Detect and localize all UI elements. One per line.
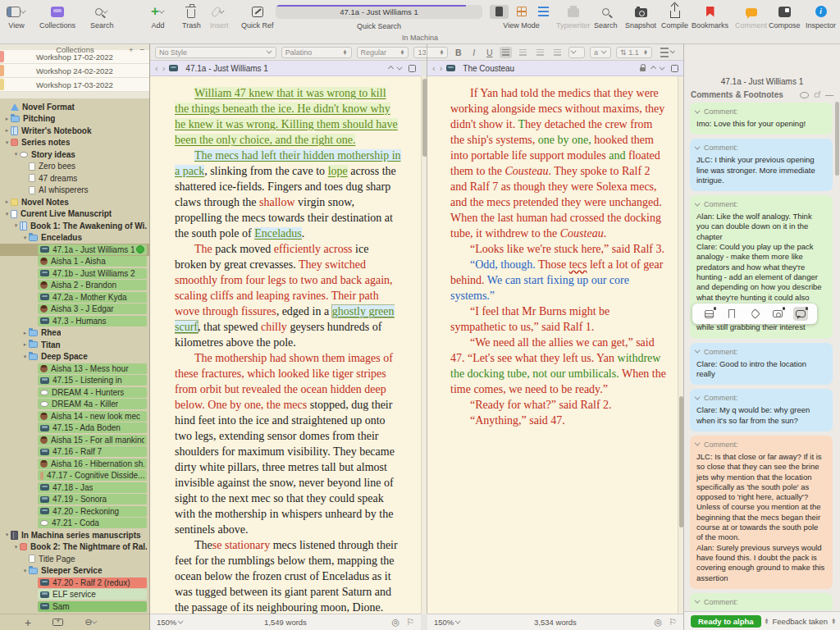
flag-icon[interactable]: ⚐ bbox=[669, 617, 677, 628]
comment-card-header[interactable]: Comment: bbox=[696, 441, 826, 449]
comment-card[interactable]: Comment:Clare: Nice reminder our narrato… bbox=[690, 593, 833, 610]
font-weight-select[interactable]: Regular▲▼ bbox=[357, 47, 409, 58]
list-format-select[interactable] bbox=[657, 47, 678, 58]
add-folder-icon[interactable] bbox=[52, 619, 63, 626]
snapshots-tab[interactable] bbox=[770, 307, 785, 321]
font-select[interactable]: Palatino▲▼ bbox=[281, 47, 352, 58]
binder-item[interactable]: Aisha 2 - Brandon bbox=[0, 280, 149, 292]
add-item-button[interactable]: + bbox=[25, 617, 31, 628]
binder-item[interactable]: 47.16 - Ralf 7 bbox=[0, 446, 149, 459]
binder-item[interactable]: Aisha 13 - Mess hour bbox=[0, 363, 149, 375]
previous-document-button[interactable] bbox=[651, 65, 656, 71]
binder-item[interactable]: Novel Format bbox=[0, 101, 149, 113]
add-button[interactable]: + Add bbox=[151, 4, 165, 30]
binder-item[interactable]: 47.21 - Coda bbox=[0, 518, 149, 530]
disclosure-icon[interactable]: ▸ bbox=[21, 327, 29, 339]
lock-icon[interactable] bbox=[640, 67, 646, 71]
binder-item[interactable]: ▸Rhea bbox=[0, 327, 149, 340]
comment-card-header[interactable]: Comment: bbox=[696, 348, 826, 356]
paragraph[interactable]: “We need all the allies we can get,” sai… bbox=[450, 335, 666, 397]
feedback-select[interactable]: Feedback taken bbox=[773, 617, 829, 626]
comment-card-header[interactable]: Comment: bbox=[696, 144, 826, 152]
snapshot-button[interactable]: Snapshot bbox=[625, 4, 656, 30]
notes-tab[interactable] bbox=[701, 307, 716, 321]
comments-tab[interactable] bbox=[793, 307, 808, 321]
flag-icon[interactable]: ⚐ bbox=[406, 617, 414, 628]
paragraph[interactable]: The mothership had shown them images of … bbox=[175, 350, 401, 537]
binder-item[interactable]: DREAM 4 - Hunters bbox=[0, 386, 149, 399]
binder-item[interactable]: Aisha 14 - new look mec bbox=[0, 410, 149, 422]
status-stepper[interactable]: ▲▼ bbox=[765, 618, 769, 624]
disclosure-icon[interactable]: ▸ bbox=[3, 196, 11, 208]
collection-item[interactable]: Workshop 17-02-2022 bbox=[0, 50, 149, 64]
editor-right-title[interactable]: The Cousteau bbox=[463, 64, 636, 73]
binder-item[interactable]: ▾Book 2: The Nightmare of Ral... bbox=[0, 541, 149, 554]
forward-button[interactable]: › bbox=[440, 63, 443, 73]
bookmarks-button[interactable]: Bookmarks bbox=[692, 4, 728, 30]
comment-card[interactable]: Comment:Clare: Good to intro the locatio… bbox=[690, 343, 833, 386]
target-icon[interactable]: ◎ bbox=[655, 617, 663, 628]
disclosure-icon[interactable]: ▾ bbox=[12, 148, 20, 160]
paragraph[interactable]: The mecs had left their hidden mothershi… bbox=[175, 148, 401, 241]
paragraph[interactable]: “Odd, though. Those tecs left a lot of g… bbox=[450, 257, 666, 304]
inspector-button[interactable]: i Inspector bbox=[806, 4, 836, 30]
binder-item[interactable]: Sam bbox=[0, 600, 149, 613]
comment-card-header[interactable]: Comment: bbox=[696, 107, 826, 116]
split-view-icon[interactable] bbox=[409, 65, 416, 72]
back-button[interactable]: ‹ bbox=[155, 63, 158, 73]
disclosure-icon[interactable]: ▾ bbox=[21, 565, 29, 577]
paragraph[interactable]: “Anything,” said 47. bbox=[450, 413, 666, 428]
view-mode-corkboard-segment[interactable] bbox=[512, 5, 531, 19]
comment-card[interactable]: Comment:Imo: Love this for your opening! bbox=[690, 103, 833, 135]
binder-item[interactable]: 47.2a - Mother Kyda bbox=[0, 291, 149, 304]
disclosure-icon[interactable]: ▾ bbox=[3, 529, 11, 541]
disclosure-icon[interactable]: ▸ bbox=[3, 125, 11, 136]
binder-item[interactable]: 47.1b - Just Williams 2 bbox=[0, 267, 149, 280]
comment-card[interactable]: Comment:Clare: My q would be: why green … bbox=[690, 389, 833, 431]
disclosure-icon[interactable]: ▾ bbox=[21, 232, 29, 244]
next-document-button[interactable] bbox=[397, 64, 403, 70]
trash-button[interactable]: Trash bbox=[182, 4, 201, 30]
disclosure-icon[interactable]: ▾ bbox=[12, 541, 20, 553]
binder-item[interactable]: ▸Writer's Notebook bbox=[0, 125, 149, 137]
disclosure-icon[interactable]: ▾ bbox=[3, 208, 11, 220]
binder-item[interactable]: Aisha 16 - Hibernation sh... bbox=[0, 458, 149, 470]
target-icon[interactable]: ◎ bbox=[392, 617, 400, 628]
paragraph[interactable]: “Looks like we're stuck here,” said Ralf… bbox=[450, 241, 666, 257]
view-mode-document-segment[interactable] bbox=[490, 5, 509, 19]
line-spacing-select[interactable]: ⇅ 1.1▲▼ bbox=[616, 47, 652, 58]
editor-left-content[interactable]: William 47 knew that it was wrong to kil… bbox=[150, 76, 421, 614]
disclosure-icon[interactable]: ▸ bbox=[21, 339, 29, 350]
binder-item[interactable]: 47.18 - Jas bbox=[0, 482, 149, 494]
insert-button[interactable]: Insert bbox=[210, 4, 229, 30]
compile-button[interactable]: Compile bbox=[661, 4, 688, 30]
bookmarks-tab[interactable] bbox=[724, 307, 739, 321]
back-button[interactable]: ‹ bbox=[432, 63, 436, 73]
collection-item[interactable]: Workshop 24-02-2022 bbox=[0, 64, 149, 78]
disclosure-icon[interactable]: ▾ bbox=[3, 137, 11, 148]
binder-item[interactable]: ▾Curent Live Manuscript bbox=[0, 208, 149, 221]
metadata-tab[interactable] bbox=[747, 307, 762, 321]
binder-item[interactable]: ▾Deep Space bbox=[0, 351, 149, 363]
binder-item[interactable]: Title Page bbox=[0, 553, 149, 565]
binder-item[interactable]: ▸Novel Notes bbox=[0, 196, 149, 208]
binder-item[interactable]: 47 dreams bbox=[0, 172, 149, 185]
italic-button[interactable]: I bbox=[468, 48, 479, 57]
comment-card-header[interactable]: Comment: bbox=[696, 598, 826, 606]
style-select[interactable]: No Style bbox=[155, 47, 276, 58]
footnote-button[interactable]: cf bbox=[814, 90, 820, 99]
search-toolbar-button[interactable]: Search bbox=[594, 4, 618, 30]
paragraph[interactable]: “Ready for what?” said Ralf 2. bbox=[450, 397, 666, 413]
binder-item[interactable]: ▾Sleeper Service bbox=[0, 565, 149, 578]
view-button[interactable]: View bbox=[7, 4, 26, 30]
binder-item[interactable]: Aisha 3 - J Edgar bbox=[0, 304, 149, 316]
paragraph[interactable]: The pack moved efficiently across ice br… bbox=[175, 241, 401, 350]
quick-ref-button[interactable]: Quick Ref bbox=[241, 4, 274, 30]
editor-left-title[interactable]: 47.1a - Just Williams 1 bbox=[185, 64, 385, 73]
text-color-select[interactable]: a bbox=[590, 47, 611, 58]
action-menu-button[interactable]: ⊖ bbox=[84, 617, 98, 628]
binder-item[interactable]: Aisha 1 - Aisha bbox=[0, 256, 149, 268]
align-left-button[interactable] bbox=[500, 47, 512, 58]
compose-button[interactable]: Compose bbox=[769, 4, 801, 30]
binder-item[interactable]: ▾Series notes bbox=[0, 137, 149, 149]
